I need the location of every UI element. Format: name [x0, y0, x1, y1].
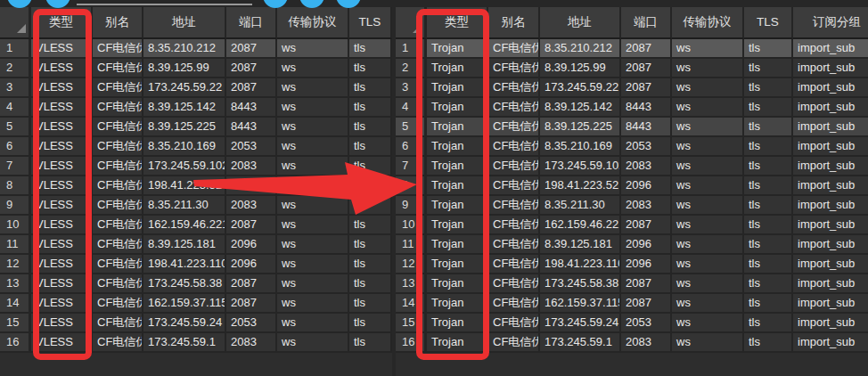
cell-address[interactable]: 198.41.223.110 [540, 255, 621, 274]
cell-alias[interactable]: CF电信优选 [488, 255, 540, 274]
cell-alias[interactable]: CF电信优选 [488, 216, 540, 235]
cell-port[interactable]: 2083 [621, 157, 672, 176]
cell-alias[interactable]: CF电信优选 [488, 78, 540, 98]
column-header-type[interactable]: 类型 [31, 7, 93, 39]
cell-transport[interactable]: ws [277, 274, 349, 294]
row-number-cell[interactable]: 13 [396, 274, 427, 294]
cell-address[interactable]: 198.41.223.110 [143, 255, 226, 274]
cell-port[interactable]: 2083 [226, 196, 277, 216]
cell-tls[interactable]: tls [349, 78, 392, 98]
row-number-cell[interactable]: 7 [0, 157, 31, 176]
cell-group[interactable]: import_sub [793, 118, 868, 137]
cell-group[interactable]: import_sub [793, 196, 868, 216]
cell-transport[interactable]: ws [672, 255, 744, 274]
column-header-transport[interactable]: 传输协议 [277, 7, 349, 39]
cell-address[interactable]: 8.39.125.225 [540, 118, 621, 137]
cell-port[interactable]: 2083 [621, 333, 672, 353]
cell-type[interactable]: Trojan [427, 274, 488, 294]
cell-tls[interactable]: tls [349, 333, 392, 353]
cell-transport[interactable]: ws [672, 39, 744, 59]
row-number-cell[interactable]: 9 [396, 196, 427, 216]
cell-alias[interactable]: CF电信优选 [488, 39, 540, 59]
cell-alias[interactable]: CF电信优选 [93, 137, 143, 157]
cell-port[interactable]: 2087 [621, 39, 672, 59]
cell-type[interactable]: Trojan [427, 59, 488, 78]
cell-tls[interactable]: tls [349, 118, 392, 137]
row-number-cell[interactable]: 10 [0, 216, 31, 235]
cell-type[interactable]: VLESS [31, 235, 93, 255]
cell-port[interactable]: 2053 [621, 314, 672, 333]
cell-address[interactable]: 173.245.59.24 [143, 314, 226, 333]
cell-group[interactable]: import_sub [793, 98, 868, 118]
column-header-port[interactable]: 端口 [226, 7, 277, 39]
row-number-cell[interactable]: 2 [396, 59, 427, 78]
cell-transport[interactable]: ws [277, 333, 349, 353]
cell-group[interactable]: import_sub [793, 157, 868, 176]
cell-address[interactable]: 8.35.210.169 [143, 137, 226, 157]
cell-alias[interactable]: CF电信优选 [93, 39, 143, 59]
cell-transport[interactable]: ws [672, 235, 744, 255]
cell-alias[interactable]: CF电信优选 [93, 157, 143, 176]
cell-group[interactable]: import_sub [793, 78, 868, 98]
cell-port[interactable]: 2087 [226, 294, 277, 314]
cell-port[interactable]: 8443 [226, 118, 277, 137]
cell-tls[interactable]: tls [349, 176, 392, 196]
cell-type[interactable]: VLESS [31, 98, 93, 118]
row-number-cell[interactable]: 7 [396, 157, 427, 176]
cell-port[interactable]: 2096 [226, 176, 277, 196]
row-number-cell[interactable]: 1 [396, 39, 427, 59]
cell-group[interactable]: import_sub [793, 274, 868, 294]
cell-type[interactable]: VLESS [31, 78, 93, 98]
cell-group[interactable]: import_sub [793, 59, 868, 78]
cell-tls[interactable]: tls [744, 333, 793, 353]
column-header-tls[interactable]: TLS [349, 7, 392, 39]
cell-address[interactable]: 8.39.125.99 [143, 59, 226, 78]
cell-type[interactable]: Trojan [427, 118, 488, 137]
cell-transport[interactable]: ws [277, 137, 349, 157]
cell-port[interactable]: 2096 [226, 235, 277, 255]
row-number-cell[interactable]: 8 [0, 176, 31, 196]
cell-group[interactable]: import_sub [793, 314, 868, 333]
cell-alias[interactable]: CF电信优选 [488, 59, 540, 78]
row-number-cell[interactable]: 11 [0, 235, 31, 255]
cell-tls[interactable]: tls [349, 294, 392, 314]
cell-type[interactable]: Trojan [427, 157, 488, 176]
cell-alias[interactable]: CF电信优选 [488, 176, 540, 196]
row-number-cell[interactable]: 6 [0, 137, 31, 157]
row-number-cell[interactable]: 5 [0, 118, 31, 137]
cell-transport[interactable]: ws [277, 314, 349, 333]
cell-alias[interactable]: CF电信优选 [488, 157, 540, 176]
cell-tls[interactable]: tls [744, 235, 793, 255]
cell-transport[interactable]: ws [277, 216, 349, 235]
cell-type[interactable]: VLESS [31, 176, 93, 196]
cell-transport[interactable]: ws [277, 196, 349, 216]
cell-tls[interactable]: tls [744, 274, 793, 294]
cell-tls[interactable]: tls [744, 137, 793, 157]
cell-port[interactable]: 2083 [226, 333, 277, 353]
cell-transport[interactable]: ws [672, 137, 744, 157]
cell-address[interactable]: 8.39.125.225 [143, 118, 226, 137]
cell-address[interactable]: 162.159.37.115 [143, 294, 226, 314]
cell-transport[interactable]: ws [277, 176, 349, 196]
cell-tls[interactable]: tls [349, 235, 392, 255]
cell-transport[interactable]: ws [672, 314, 744, 333]
cell-port[interactable]: 2053 [621, 137, 672, 157]
cell-transport[interactable]: ws [672, 216, 744, 235]
cell-alias[interactable]: CF电信优选 [93, 118, 143, 137]
cell-type[interactable]: VLESS [31, 157, 93, 176]
cell-address[interactable]: 198.41.223.52 [540, 176, 621, 196]
cell-alias[interactable]: CF电信优选 [93, 274, 143, 294]
cell-alias[interactable]: CF电信优选 [93, 235, 143, 255]
cell-alias[interactable]: CF电信优选 [488, 196, 540, 216]
cell-tls[interactable]: tls [744, 98, 793, 118]
cell-tls[interactable]: tls [744, 196, 793, 216]
cell-type[interactable]: Trojan [427, 235, 488, 255]
row-number-cell[interactable]: 6 [396, 137, 427, 157]
cell-group[interactable]: import_sub [793, 255, 868, 274]
cell-transport[interactable]: ws [672, 78, 744, 98]
cell-alias[interactable]: CF电信优选 [93, 333, 143, 353]
cell-port[interactable]: 2083 [621, 196, 672, 216]
cell-address[interactable]: 8.39.125.142 [540, 98, 621, 118]
cell-type[interactable]: VLESS [31, 255, 93, 274]
cell-type[interactable]: VLESS [31, 196, 93, 216]
